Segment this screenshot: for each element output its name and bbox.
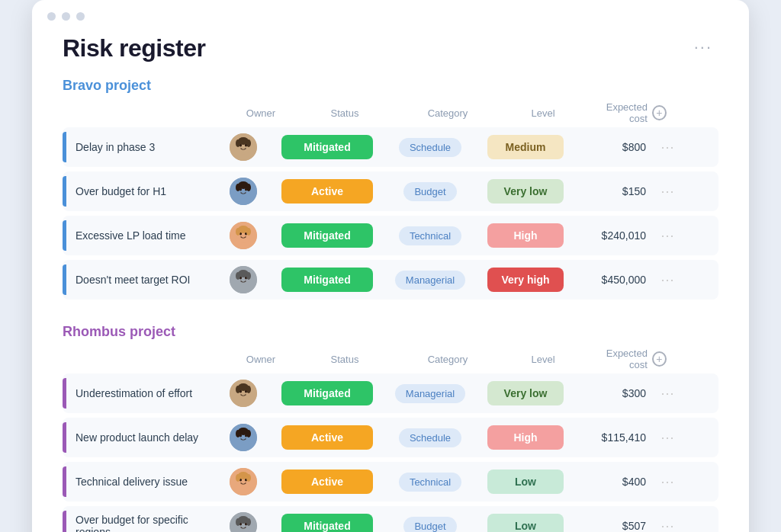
risk-name-rhombus-1: New product launch delay: [76, 431, 213, 444]
avatar-bravo-0: [230, 133, 257, 161]
risk-row-bravo-3[interactable]: Doesn't meet target ROI MitigatedManager…: [63, 260, 718, 300]
risk-row-rhombus-2[interactable]: Technical delivery issue ActiveTechnical…: [63, 462, 718, 502]
row-more-button-rhombus-0[interactable]: ⋯: [657, 383, 678, 403]
category-badge-rhombus-3: Budget: [403, 517, 456, 533]
risk-cost-bravo-0: $800: [571, 141, 655, 153]
risk-owner-rhombus-1: [213, 424, 274, 451]
svg-point-60: [236, 474, 240, 482]
risk-category-cell-bravo-3: Managerial: [381, 271, 480, 290]
status-badge-rhombus-3: Mitigated: [281, 514, 373, 532]
risk-action-rhombus-3: ⋯: [655, 516, 680, 532]
avatar-bravo-1: [230, 178, 257, 205]
risk-level-cell-rhombus-1: High: [480, 425, 571, 450]
row-more-button-rhombus-2[interactable]: ⋯: [657, 472, 678, 492]
svg-point-42: [236, 386, 240, 393]
risk-category-cell-rhombus-2: Technical: [381, 473, 480, 492]
status-badge-bravo-3: Mitigated: [281, 268, 373, 292]
risk-row-bravo-0[interactable]: Delay in phase 3 MitigatedScheduleMedium…: [63, 127, 718, 167]
risk-row-rhombus-1[interactable]: New product launch delay ActiveScheduleH…: [63, 418, 718, 457]
risk-category-cell-bravo-2: Technical: [381, 226, 480, 245]
risk-name-bravo-0: Delay in phase 3: [76, 141, 213, 153]
level-badge-rhombus-3: Low: [487, 514, 564, 532]
dot-2: [62, 12, 70, 21]
risk-cost-rhombus-2: $400: [571, 476, 655, 488]
svg-point-25: [246, 228, 251, 236]
section-title-rhombus: Rhombus project: [63, 324, 175, 340]
risk-cost-bravo-2: $240,010: [571, 229, 655, 242]
risk-category-cell-bravo-1: Budget: [381, 182, 480, 201]
col-level-header: Level: [497, 354, 589, 365]
svg-point-24: [236, 228, 240, 236]
svg-point-53: [236, 439, 251, 451]
level-badge-bravo-3: Very high: [487, 268, 564, 292]
row-more-button-bravo-3[interactable]: ⋯: [657, 270, 678, 290]
status-badge-bravo-1: Active: [281, 179, 373, 204]
risk-row-bravo-2[interactable]: Excessive LP load time MitigatedTechnica…: [63, 216, 718, 255]
category-badge-bravo-1: Budget: [403, 182, 456, 201]
risk-cost-bravo-3: $450,000: [571, 274, 655, 286]
category-badge-rhombus-2: Technical: [399, 473, 461, 492]
row-more-button-bravo-2[interactable]: ⋯: [657, 226, 678, 245]
svg-point-69: [236, 518, 240, 526]
section-rhombus: Rhombus project Owner Status Category Le…: [63, 324, 718, 532]
risk-cost-bravo-1: $150: [571, 185, 655, 197]
risk-level-cell-rhombus-2: Low: [480, 470, 571, 494]
risk-level-cell-rhombus-3: Low: [480, 514, 571, 532]
risk-status-cell-bravo-3: Mitigated: [274, 268, 381, 292]
risk-category-cell-rhombus-0: Managerial: [381, 384, 480, 403]
svg-point-17: [236, 193, 251, 205]
col-headers-bravo: Owner Status Category Level Expected cos…: [63, 101, 718, 124]
col-category-header: Category: [398, 354, 497, 365]
svg-point-6: [236, 139, 240, 147]
risk-status-cell-rhombus-0: Mitigated: [274, 381, 381, 405]
add-risk-button-rhombus[interactable]: +: [652, 351, 667, 367]
risk-row-rhombus-0[interactable]: Underestimation of effort MitigatedManag…: [63, 373, 718, 413]
risk-owner-rhombus-3: [213, 512, 274, 532]
svg-point-61: [246, 474, 251, 482]
svg-point-51: [236, 430, 240, 437]
svg-point-52: [246, 430, 251, 437]
category-badge-bravo-2: Technical: [399, 226, 461, 245]
risk-cost-rhombus-0: $300: [571, 387, 655, 399]
svg-point-26: [236, 237, 251, 249]
row-border-bravo-0: [63, 132, 66, 162]
main-content: Risk register ··· Bravo project Owner St…: [32, 28, 749, 532]
row-more-button-bravo-1[interactable]: ⋯: [657, 181, 678, 201]
risk-name-rhombus-3: Over budget for specific regions: [76, 514, 213, 532]
level-badge-bravo-1: Very low: [487, 179, 564, 204]
risk-status-cell-bravo-0: Mitigated: [274, 135, 381, 159]
category-badge-bravo-0: Schedule: [399, 138, 461, 157]
risk-name-rhombus-0: Underestimation of effort: [76, 387, 213, 399]
section-title-bravo: Bravo project: [63, 78, 151, 94]
risk-row-bravo-1[interactable]: Over budget for H1 ActiveBudgetVery low$…: [63, 171, 718, 211]
col-owner-header: Owner: [230, 107, 291, 119]
row-border-rhombus-3: [63, 511, 66, 532]
risk-owner-rhombus-2: [213, 468, 274, 495]
risk-category-cell-bravo-0: Schedule: [381, 138, 480, 157]
projects-container: Bravo project Owner Status Category Leve…: [63, 78, 718, 532]
risk-name-bravo-1: Over budget for H1: [76, 185, 213, 197]
section-header-rhombus: Rhombus project: [63, 324, 718, 340]
col-headers-rhombus: Owner Status Category Level Expected cos…: [63, 348, 718, 370]
risk-name-bravo-2: Excessive LP load time: [76, 229, 213, 242]
svg-point-33: [236, 272, 240, 280]
risk-action-bravo-3: ⋯: [655, 270, 680, 290]
col-owner-header: Owner: [230, 354, 291, 365]
risk-owner-rhombus-0: [213, 380, 274, 407]
col-cost-header: Expected cost +: [589, 101, 673, 124]
risk-row-rhombus-3[interactable]: Over budget for specific regions Mitigat…: [63, 506, 718, 532]
col-cost-header: Expected cost +: [589, 348, 673, 370]
status-badge-bravo-0: Mitigated: [281, 135, 373, 159]
risk-owner-bravo-0: [213, 133, 274, 161]
risk-name-bravo-3: Doesn't meet target ROI: [76, 274, 213, 286]
row-more-button-bravo-0[interactable]: ⋯: [657, 137, 678, 157]
status-badge-rhombus-2: Active: [281, 470, 373, 494]
more-options-button[interactable]: ···: [688, 34, 718, 60]
row-more-button-rhombus-1[interactable]: ⋯: [657, 428, 678, 447]
risk-action-rhombus-2: ⋯: [655, 472, 680, 492]
risk-category-cell-rhombus-3: Budget: [381, 517, 480, 533]
row-more-button-rhombus-3[interactable]: ⋯: [657, 516, 678, 532]
add-risk-button-bravo[interactable]: +: [652, 105, 667, 120]
category-badge-rhombus-1: Schedule: [399, 428, 461, 447]
row-border-bravo-3: [63, 264, 66, 295]
